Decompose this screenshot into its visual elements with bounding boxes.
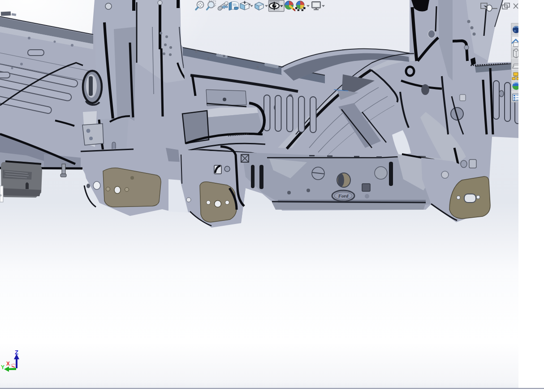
svg-text:Y: Y [1, 364, 4, 370]
svg-text:X: X [6, 361, 10, 367]
svg-text:Ford: Ford [338, 193, 349, 198]
svg-text:Z: Z [15, 349, 18, 356]
